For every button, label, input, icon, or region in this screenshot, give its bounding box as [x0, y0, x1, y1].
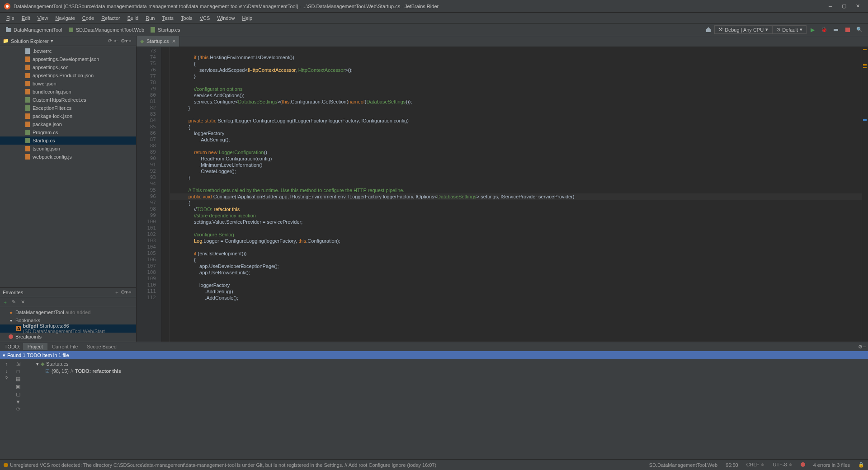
todo-found-bar[interactable]: ▾ Found 1 TODO item in 1 file [0, 351, 868, 359]
crumb-project[interactable]: DataManagementTool [3, 26, 65, 34]
preview-button[interactable]: ▢ [16, 391, 20, 397]
menu-help[interactable]: Help [239, 14, 256, 22]
crumb-file[interactable]: Startup.cs [147, 26, 183, 34]
tree-item-appsettings-json[interactable]: appsettings.json [0, 63, 136, 71]
line-number[interactable]: 79 [137, 86, 161, 92]
menu-edit[interactable]: Edit [18, 14, 34, 22]
editor-tab[interactable]: ◆ Startup.cs ✕ [137, 36, 180, 47]
code-line[interactable]: loggerFactory [170, 282, 862, 288]
line-number[interactable]: 91 [137, 162, 161, 168]
line-number[interactable]: 92 [137, 168, 161, 174]
line-number[interactable]: 94 [137, 181, 161, 187]
code-line[interactable]: // This method gets called by the runtim… [170, 187, 862, 193]
crumb-module[interactable]: SD.DataManagementTool.Web [65, 26, 147, 34]
help-button[interactable]: ? [5, 376, 8, 381]
code-line[interactable]: if (env.IsDevelopment()) [170, 250, 862, 257]
status-position[interactable]: 96:50 [726, 462, 738, 468]
code-line[interactable]: } [170, 105, 862, 111]
line-number[interactable]: 98 [137, 206, 161, 212]
code-line[interactable]: { [170, 257, 862, 263]
fold-column[interactable] [162, 47, 170, 342]
maximize-button[interactable]: ▢ [837, 1, 851, 11]
line-number[interactable]: 88 [137, 143, 161, 149]
line-number[interactable]: 107 [137, 263, 161, 269]
line-number[interactable]: 108 [137, 269, 161, 276]
todo-list[interactable]: ▾ ◆ Startup.cs ☑ (98, 15) // TODO: refac… [24, 359, 868, 459]
group-button[interactable]: ▦ [16, 376, 20, 382]
code-line[interactable]: .AddSerilog(); [170, 136, 862, 143]
tree-item-customhttpsredirect-cs[interactable]: CustomHttpsRedirect.cs [0, 96, 136, 104]
warning-icon[interactable] [4, 463, 8, 467]
tree-item-package-lock-json[interactable]: package-lock.json [0, 112, 136, 120]
menu-view[interactable]: View [34, 14, 52, 22]
module-button[interactable]: ▣ [16, 384, 20, 390]
code-line[interactable]: settings.Value.ServiceProvider = service… [170, 219, 862, 225]
chevron-down-icon[interactable]: ▾ [51, 38, 53, 44]
menu-tests[interactable]: Tests [158, 14, 177, 22]
todo-tab-current-file[interactable]: Current File [47, 343, 82, 350]
code-line[interactable] [170, 80, 862, 86]
line-number[interactable]: 87 [137, 136, 161, 143]
favorites-tree[interactable]: ★DataManagementTool auto-added▾Bookmarks… [0, 307, 136, 342]
code-line[interactable] [170, 48, 862, 54]
tree-item-webpack-config-js[interactable]: webpack.config.js [0, 153, 136, 161]
code-line[interactable]: .CreateLogger(); [170, 168, 862, 174]
run-button[interactable]: ▶ [807, 25, 817, 35]
info-stripe-mark[interactable] [863, 119, 867, 121]
code-line[interactable] [170, 143, 862, 149]
build-config-dropdown[interactable]: ⚒ Debug | Any CPU ▾ [714, 25, 772, 34]
line-number[interactable]: 109 [137, 276, 161, 282]
line-number[interactable]: 112 [137, 295, 161, 301]
code-line[interactable]: services.AddOptions(); [170, 92, 862, 99]
search-everywhere-button[interactable]: 🔍 [854, 25, 864, 35]
line-number[interactable]: 78 [137, 80, 161, 86]
code-line[interactable]: Log.Logger = ConfigureLogging(loggerFact… [170, 238, 862, 244]
hide-icon[interactable]: ⇥ [127, 289, 133, 296]
menu-tools[interactable]: Tools [177, 14, 196, 22]
line-number[interactable]: 111 [137, 288, 161, 295]
minimize-button[interactable]: ─ [824, 1, 837, 11]
line-number[interactable]: 106 [137, 257, 161, 263]
line-number[interactable]: 81 [137, 99, 161, 105]
code-line[interactable]: .ReadFrom.Configuration(config) [170, 155, 862, 162]
close-icon[interactable]: ✕ [172, 38, 176, 44]
code-line[interactable]: public void Configure(IApplicationBuilde… [170, 193, 862, 200]
lock-icon[interactable]: 🔒 [858, 462, 864, 468]
line-number[interactable]: 73 [137, 48, 161, 54]
code-line[interactable]: app.UseDeveloperExceptionPage(); [170, 263, 862, 269]
code-line[interactable]: //store dependency injection [170, 212, 862, 219]
warning-stripe-mark[interactable] [863, 64, 867, 66]
line-number[interactable]: 95 [137, 187, 161, 193]
code-line[interactable]: .MinimumLevel.Information() [170, 162, 862, 168]
code-line[interactable] [170, 276, 862, 282]
line-number[interactable]: 85 [137, 124, 161, 130]
line-number[interactable]: 84 [137, 118, 161, 124]
line-number[interactable]: 90 [137, 155, 161, 162]
code-line[interactable]: return new LoggerConfiguration() [170, 149, 862, 155]
todo-file-row[interactable]: ▾ ◆ Startup.cs [25, 360, 866, 367]
warning-stripe-mark[interactable] [863, 49, 867, 50]
line-number[interactable]: 76 [137, 67, 161, 73]
warning-stripe-mark[interactable] [863, 67, 867, 68]
line-number[interactable]: 74 [137, 54, 161, 61]
gear-icon[interactable]: ⚙ [858, 344, 863, 350]
line-number[interactable]: 102 [137, 231, 161, 238]
menu-build[interactable]: Build [124, 14, 142, 22]
collapse-icon[interactable]: ⇤ [114, 38, 121, 44]
attach-button[interactable] [831, 25, 841, 35]
line-number[interactable]: 103 [137, 238, 161, 244]
line-number[interactable]: 104 [137, 244, 161, 250]
code-line[interactable]: } [170, 73, 862, 80]
menu-navigate[interactable]: Navigate [52, 14, 78, 22]
code-line[interactable] [170, 181, 862, 187]
line-number[interactable]: 100 [137, 219, 161, 225]
code-line[interactable] [170, 244, 862, 250]
menu-vcs[interactable]: VCS [196, 14, 214, 22]
code-line[interactable]: private static Serilog.ILogger Configure… [170, 118, 862, 124]
code-line[interactable] [170, 225, 862, 231]
line-number[interactable]: 77 [137, 73, 161, 80]
tree-item-appsettings-production-json[interactable]: appsettings.Production.json [0, 71, 136, 80]
code-line[interactable] [170, 111, 862, 118]
status-line-ending[interactable]: CRLF [746, 462, 760, 467]
code-line[interactable]: loggerFactory [170, 130, 862, 136]
